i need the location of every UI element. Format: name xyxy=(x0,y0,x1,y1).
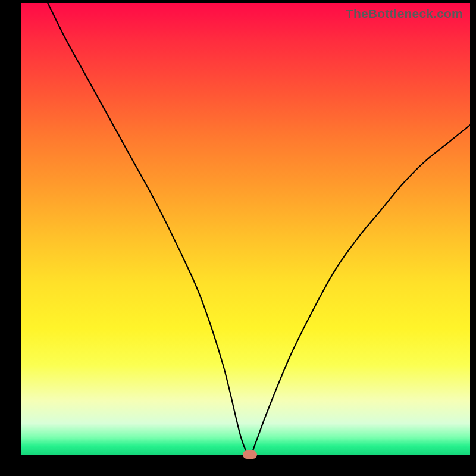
plot-area: TheBottleneck.com xyxy=(21,3,470,455)
bottleneck-marker xyxy=(243,450,257,459)
bottleneck-curve xyxy=(21,3,470,455)
chart-frame: TheBottleneck.com xyxy=(0,0,476,476)
